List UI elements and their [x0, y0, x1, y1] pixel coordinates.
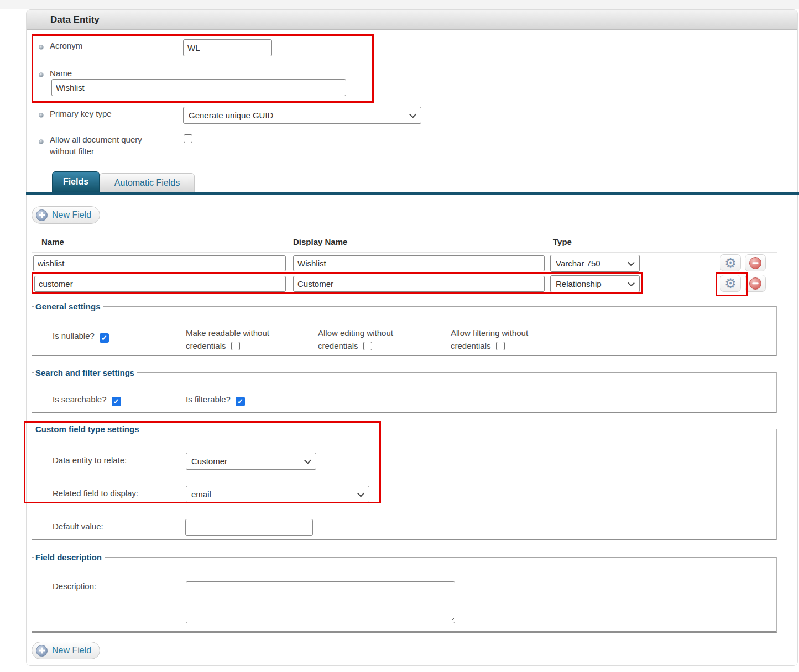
- data-entity-page: Data Entity Acronym Name Primary key typ…: [0, 0, 799, 672]
- allow-all-query-checkbox[interactable]: [184, 134, 192, 143]
- field-description-legend: Field description: [34, 553, 105, 562]
- panel-header: Data Entity: [27, 10, 797, 30]
- name-label: Name: [50, 67, 72, 79]
- name-input[interactable]: [51, 79, 346, 96]
- is-searchable-row: Is searchable? ✓: [53, 393, 121, 406]
- chevron-down-icon: [357, 490, 364, 497]
- data-entity-to-relate-label: Data entity to relate:: [53, 454, 127, 466]
- field-type-select[interactable]: Varchar 750: [550, 255, 640, 272]
- page-title: Data Entity: [50, 10, 100, 30]
- gear-icon: ⚙: [724, 256, 737, 270]
- column-header-type: Type: [553, 237, 572, 246]
- editing-label: Allow editing without credentials: [318, 328, 393, 350]
- chevron-down-icon: [628, 259, 635, 266]
- general-settings-legend: General settings: [34, 302, 103, 311]
- filtering-checkbox[interactable]: [496, 342, 505, 350]
- tab-fields[interactable]: Fields: [52, 171, 100, 192]
- field-settings-button[interactable]: ⚙: [720, 275, 741, 292]
- related-field-to-display-select[interactable]: email: [186, 486, 369, 503]
- primary-key-type-select[interactable]: Generate unique GUID: [183, 107, 421, 124]
- new-field-button-label: New Field: [52, 645, 91, 655]
- sphere-bullet-icon: [39, 139, 44, 144]
- is-filterable-row: Is filterable? ✓: [186, 393, 245, 406]
- header-divider: [32, 252, 777, 253]
- field-display-name-input[interactable]: [293, 276, 545, 292]
- editing-checkbox[interactable]: [363, 342, 372, 350]
- tab-underline-bar: [26, 192, 799, 195]
- readable-row: Make readable without credentials: [186, 327, 292, 352]
- default-value-label: Default value:: [53, 521, 103, 532]
- related-field-to-display-label: Related field to display:: [53, 487, 138, 499]
- readable-checkbox[interactable]: [231, 342, 240, 350]
- sphere-bullet-icon: [39, 45, 44, 50]
- field-description-fieldset: Field description Description:: [32, 553, 777, 633]
- field-type-select[interactable]: Relationship: [550, 275, 640, 292]
- data-entity-to-relate-select[interactable]: Customer: [186, 453, 316, 470]
- new-field-button-bottom[interactable]: New Field: [32, 642, 100, 659]
- is-nullable-label: Is nullable?: [53, 331, 95, 340]
- search-filter-settings-legend: Search and filter settings: [34, 368, 137, 377]
- general-settings-fieldset: General settings Is nullable? ✓ Make rea…: [32, 302, 777, 356]
- page-top-strip: [0, 0, 799, 9]
- minus-circle-icon: [749, 257, 761, 269]
- field-settings-button[interactable]: ⚙: [720, 254, 741, 271]
- plus-circle-icon: [36, 209, 48, 221]
- new-field-button-label: New Field: [52, 210, 91, 220]
- default-value-input[interactable]: [185, 519, 313, 536]
- description-textarea[interactable]: [186, 581, 455, 623]
- column-header-name: Name: [41, 237, 64, 246]
- custom-field-type-settings-fieldset: Custom field type settings Data entity t…: [32, 424, 777, 540]
- chevron-down-icon: [409, 111, 416, 118]
- related-field-to-display-value: email: [191, 490, 211, 499]
- sphere-bullet-icon: [39, 72, 44, 77]
- minus-circle-icon: [749, 277, 761, 290]
- field-name-input[interactable]: [33, 255, 286, 271]
- data-entity-to-relate-value: Customer: [191, 456, 227, 466]
- is-filterable-label: Is filterable?: [186, 395, 231, 404]
- primary-key-type-value: Generate unique GUID: [189, 111, 273, 120]
- allow-all-query-label: Allow all document query without filter: [50, 134, 167, 157]
- filtering-label: Allow filtering without credentials: [451, 328, 528, 350]
- field-display-name-input[interactable]: [293, 255, 545, 271]
- readable-label: Make readable without credentials: [186, 328, 269, 350]
- primary-key-type-label: Primary key type: [50, 108, 112, 119]
- acronym-label: Acronym: [50, 40, 82, 51]
- field-delete-button[interactable]: [745, 275, 766, 292]
- field-type-value: Varchar 750: [556, 259, 600, 268]
- filtering-row: Allow filtering without credentials: [451, 327, 551, 352]
- is-searchable-label: Is searchable?: [53, 395, 107, 404]
- column-header-display-name: Display Name: [293, 237, 347, 246]
- chevron-down-icon: [304, 456, 311, 464]
- tab-automatic-fields[interactable]: Automatic Fields: [100, 173, 195, 192]
- is-filterable-checkbox[interactable]: ✓: [236, 397, 245, 406]
- description-label: Description:: [53, 580, 96, 592]
- new-field-button[interactable]: New Field: [32, 206, 100, 224]
- field-name-input[interactable]: [34, 276, 286, 292]
- is-nullable-row: Is nullable? ✓: [53, 329, 109, 343]
- custom-field-type-settings-legend: Custom field type settings: [34, 424, 142, 434]
- gear-icon: ⚙: [724, 277, 737, 290]
- search-filter-settings-fieldset: Search and filter settings Is searchable…: [32, 368, 777, 413]
- plus-circle-icon: [36, 645, 48, 657]
- is-nullable-checkbox[interactable]: ✓: [100, 333, 109, 343]
- field-delete-button[interactable]: [745, 254, 766, 271]
- editing-row: Allow editing without credentials: [318, 327, 417, 352]
- field-type-value: Relationship: [556, 279, 602, 288]
- chevron-down-icon: [628, 279, 635, 286]
- is-searchable-checkbox[interactable]: ✓: [112, 397, 121, 406]
- sphere-bullet-icon: [39, 113, 44, 118]
- acronym-input[interactable]: [183, 39, 272, 56]
